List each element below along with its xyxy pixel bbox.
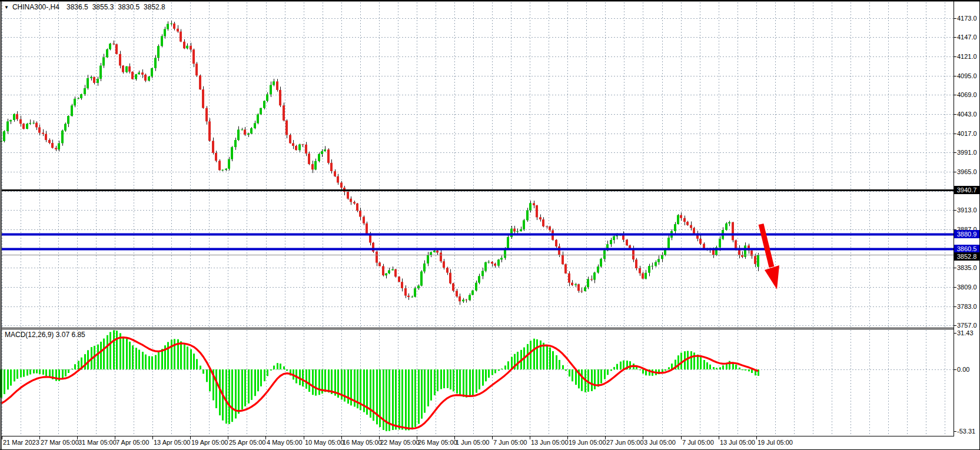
mt4-chart-window: ▼ CHINA300-,H4 3836.5 3855.3 3830.5 3852… <box>0 0 980 450</box>
date-label: 27 Mar 05:00 <box>41 439 79 446</box>
price-level-badge: 3880.9 <box>954 230 979 238</box>
date-label: 13 Jun 05:00 <box>531 439 569 446</box>
quote-close: 3852.8 <box>144 3 165 11</box>
price-tick-label: 3783.0 <box>957 303 977 310</box>
date-label: 10 May 05:00 <box>305 439 344 446</box>
price-tick-label: 4173.0 <box>957 15 977 22</box>
horizontal-levels-layer <box>2 191 954 255</box>
date-label: 13 Apr 05:00 <box>154 439 190 446</box>
price-tick-label: 4147.0 <box>957 34 977 41</box>
price-tick-label: 3991.0 <box>957 149 977 156</box>
macd-indicator-label: MACD(12,26,9) 3.07 6.85 <box>5 331 85 339</box>
macd-tick-label: 0.00 <box>957 366 969 373</box>
price-tick-label: 3913.0 <box>957 206 977 214</box>
date-label: 19 Jul 05:00 <box>758 439 793 446</box>
price-tick-label: 3757.0 <box>957 322 977 329</box>
date-label: 16 May 05:00 <box>343 439 382 446</box>
date-label: 7 Jun 05:00 <box>493 439 527 446</box>
price-level-badge: 3940.7 <box>954 186 979 194</box>
date-label: 7 Jul 05:00 <box>682 439 714 446</box>
macd-indicator-layer <box>1 330 759 431</box>
date-label: 19 Jun 05:00 <box>569 439 606 446</box>
price-level-badge: 3852.8 <box>954 252 979 261</box>
frame-layer <box>0 0 980 450</box>
price-tick-label: 4043.0 <box>957 111 977 118</box>
date-label: 7 Apr 05:00 <box>116 439 149 446</box>
date-label: 26 May 05:00 <box>418 439 457 446</box>
symbol-dropdown-icon[interactable]: ▼ <box>4 5 9 10</box>
price-tick-label: 4095.0 <box>957 72 977 79</box>
quote-open: 3836.5 <box>67 3 88 11</box>
price-tick-label: 4121.0 <box>957 53 977 60</box>
candles-layer <box>0 21 759 305</box>
price-level-badge: 3860.5 <box>954 245 979 253</box>
date-label: 27 Jun 05:00 <box>606 439 644 446</box>
date-label: 3 Jul 05:00 <box>644 439 676 446</box>
date-label: 4 May 05:00 <box>267 439 303 446</box>
price-tick-label: 3965.0 <box>957 168 977 175</box>
date-label: 19 Apr 05:00 <box>191 439 228 446</box>
chart-canvas[interactable] <box>0 0 980 450</box>
date-label: 25 Apr 05:00 <box>229 439 265 446</box>
symbol-timeframe-label: CHINA300-,H4 <box>12 3 59 11</box>
date-label: 13 Jul 05:00 <box>720 439 755 446</box>
price-tick-label: 4069.0 <box>957 91 977 98</box>
quote-low: 3830.5 <box>118 3 139 11</box>
date-label: 1 Jun 05:00 <box>456 439 490 446</box>
grid-layer <box>2 2 954 435</box>
quote-high: 3855.3 <box>92 3 114 11</box>
date-label: 31 Mar 05:00 <box>78 439 117 446</box>
date-label: 22 May 05:00 <box>380 439 420 446</box>
price-tick-label: 4017.0 <box>957 130 977 137</box>
macd-tick-label: 31.43 <box>957 329 974 336</box>
date-label: 21 Mar 2023 <box>3 439 39 446</box>
macd-tick-label: -53.31 <box>957 428 975 435</box>
price-tick-label: 3835.0 <box>957 264 977 271</box>
price-tick-label: 3809.0 <box>957 284 977 291</box>
symbol-header: ▼ CHINA300-,H4 3836.5 3855.3 3830.5 3852… <box>4 3 170 11</box>
